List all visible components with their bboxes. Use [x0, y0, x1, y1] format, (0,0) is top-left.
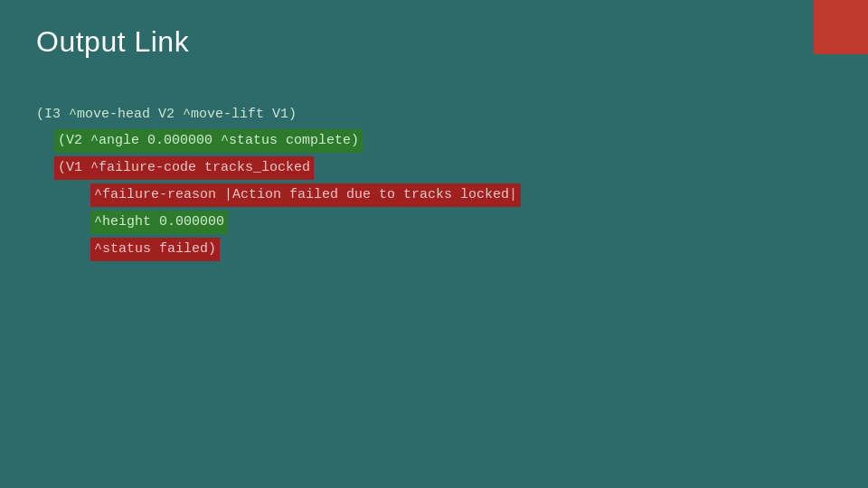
code-block: (I3 ^move-head V2 ^move-lift V1) (V2 ^an… — [0, 59, 868, 261]
code-line-4: ^failure-reason |Action failed due to tr… — [36, 183, 832, 207]
code-line-6: ^status failed) — [36, 238, 832, 261]
code-line-3: (V1 ^failure-code tracks_locked — [36, 156, 832, 180]
code-line-2: (V2 ^angle 0.000000 ^status complete) — [36, 129, 832, 153]
code-line-1: (I3 ^move-head V2 ^move-lift V1) — [36, 104, 832, 126]
red-corner-square — [814, 0, 868, 54]
code-line-5: ^height 0.000000 — [36, 211, 832, 234]
page-title: Output Link — [0, 0, 868, 59]
